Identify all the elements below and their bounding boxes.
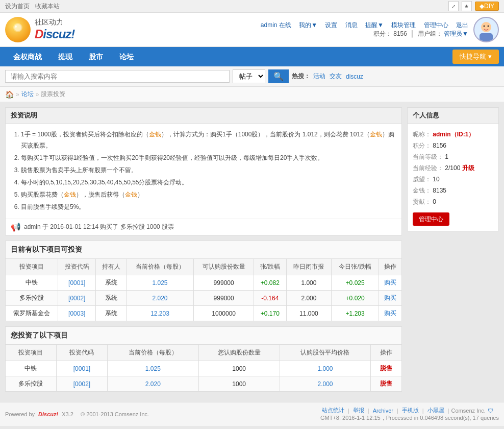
sidebar-contrib-row: 贡献： 0	[413, 196, 493, 207]
footer-archiver-link[interactable]: Archiver	[373, 408, 393, 414]
footer-stats-link[interactable]: 站点统计	[322, 407, 344, 414]
set-homepage-link[interactable]: 设为首页	[5, 3, 30, 10]
cell-shares: 1000000	[194, 306, 254, 321]
th-today-change: 今日张/跌幅	[332, 259, 379, 275]
logo-text: 社区动力 Discuz!	[35, 18, 74, 41]
nav-forum[interactable]: 论坛	[111, 47, 142, 66]
logout-link[interactable]: 退出	[456, 21, 468, 29]
table-row: 中铁 [0001] 1.025 1000 1.000 脱售	[6, 361, 402, 376]
buy-button[interactable]: 购买	[384, 294, 396, 301]
buy-button[interactable]: 购买	[384, 309, 396, 317]
footer-left: Powered by Discuz! X3.2 © 2001-2013 Coms…	[5, 411, 149, 417]
cell-today-change: +0.025	[332, 275, 379, 291]
svg-rect-7	[480, 33, 493, 41]
search-input[interactable]	[5, 70, 230, 83]
svg-point-6	[488, 26, 489, 27]
cell-shares: 999000	[194, 275, 254, 291]
info-item-6: 目前脱售手续费是5%。	[21, 201, 394, 212]
footer-links: 站点统计 | 举报 | Archiver | 手机版 | 小黑屋 | Comse…	[320, 407, 499, 414]
content-wrapper: 投资说明 1手 = 1000股，投资者购买后将会扣除相应的（金钱），计算方式为：…	[0, 102, 504, 402]
svg-point-2	[15, 26, 17, 28]
cell-name: 多乐控股	[6, 291, 58, 306]
nav-gold-war[interactable]: 金权商战	[5, 47, 50, 66]
score-label: 积分：	[373, 30, 392, 37]
logo-icon	[5, 17, 31, 42]
cell-code: [0003]	[58, 306, 96, 321]
sell-button[interactable]: 脱售	[380, 365, 392, 372]
contrib-label: 贡献：	[413, 198, 431, 205]
footer-company: Comsenz Inc.	[451, 408, 486, 414]
footer-mobile-link[interactable]: 手机版	[402, 407, 419, 414]
my-th-avg: 认购股份平均价格	[280, 345, 371, 361]
exp-upgrade[interactable]: 升级	[462, 164, 474, 172]
my-menu[interactable]: 我的▼	[299, 21, 317, 29]
footer-brand[interactable]: Discuz!	[38, 411, 58, 417]
buy-button[interactable]: 购买	[384, 279, 396, 286]
search-button[interactable]: 🔍	[268, 69, 289, 83]
my-code-link[interactable]: [0002]	[73, 380, 90, 388]
messages-link[interactable]: 消息	[345, 21, 358, 29]
my-cell-price: 2.020	[107, 376, 198, 392]
footer-time-info: GMT+8, 2016-1-1 12:15，Processed in 0.046…	[320, 414, 499, 422]
my-th-action: 操作	[371, 345, 402, 361]
star-icon[interactable]: ★	[462, 1, 472, 11]
my-th-price: 当前价格（每股）	[107, 345, 198, 361]
hot-item-2[interactable]: 交友	[330, 72, 342, 81]
cell-prev-close: 1.000	[286, 275, 332, 291]
sidebar: 个人信息 昵称： admin（ID:1） 积分： 8156 当前等级： 1 当前…	[407, 107, 499, 397]
sell-button[interactable]: 脱售	[380, 380, 392, 387]
cell-holder: 系统	[96, 306, 127, 321]
avatar	[473, 17, 499, 42]
diy-button[interactable]: ◆DIY	[475, 2, 499, 11]
online-status[interactable]: admin 在线	[261, 21, 291, 29]
breadcrumb-forum[interactable]: 论坛	[21, 90, 34, 99]
code-link[interactable]: [0003]	[68, 310, 85, 317]
code-link[interactable]: [0002]	[68, 295, 85, 302]
hot-item-1[interactable]: 活动	[313, 72, 325, 81]
sidebar-box: 个人信息 昵称： admin（ID:1） 积分： 8156 当前等级： 1 当前…	[407, 107, 499, 231]
notice-icon: 📢	[11, 222, 21, 232]
my-code-link[interactable]: [0001]	[73, 365, 90, 372]
main-nav: 金权商战 提现 股市 论坛 快捷导航 ▾	[0, 47, 504, 66]
module-mgmt-link[interactable]: 模块管理	[391, 21, 416, 29]
code-link[interactable]: [0001]	[68, 279, 85, 287]
my-cell-qty: 1000	[198, 361, 280, 376]
cell-action: 购买	[379, 291, 402, 306]
cell-shares: 999000	[194, 291, 254, 306]
exp-label: 当前经验：	[413, 164, 443, 172]
invest-info-header: 投资说明	[6, 108, 401, 124]
footer-blackhole-link[interactable]: 小黑屋	[427, 407, 444, 414]
nav-stock[interactable]: 股市	[81, 47, 111, 66]
sidebar-score-row: 积分： 8156	[413, 140, 493, 151]
admin-center-link[interactable]: 管理中心	[424, 21, 448, 29]
search-type-select[interactable]: 帖子	[233, 69, 265, 83]
cell-price: 2.020	[126, 291, 193, 306]
table-row: 多乐控股 [0002] 系统 2.020 999000 -0.164 2.000…	[6, 291, 402, 306]
bookmark-link[interactable]: 收藏本站	[35, 3, 60, 10]
nav-withdraw[interactable]: 提现	[50, 47, 81, 66]
breadcrumb-current: 股票投资	[41, 90, 65, 99]
admin-center-button[interactable]: 管理中心	[413, 212, 449, 226]
nickname-value[interactable]: admin（ID:1）	[433, 131, 474, 138]
cell-name: 索罗斯基金会	[6, 306, 58, 321]
my-cell-name: 多乐控股	[6, 376, 57, 392]
my-cell-action: 脱售	[371, 361, 402, 376]
sidebar-admin-row: 管理中心	[413, 210, 493, 226]
usergroup-value[interactable]: 管理员▼	[444, 30, 468, 37]
quick-nav-button[interactable]: 快捷导航 ▾	[452, 50, 499, 64]
top-bar-left: 设为首页 收藏本站	[5, 2, 64, 11]
prestige-label: 威望：	[413, 176, 431, 183]
th-price: 当前价格（每股）	[126, 259, 193, 275]
resize-icon[interactable]: ⤢	[448, 1, 459, 11]
footer-report-link[interactable]: 举报	[353, 407, 364, 414]
settings-link[interactable]: 设置	[325, 21, 337, 29]
home-icon: 🏠	[5, 90, 14, 99]
hot-item-3[interactable]: discuz	[346, 73, 363, 80]
my-th-name: 投资项目	[6, 345, 57, 361]
score-value-s: 8156	[433, 142, 446, 149]
usergroup-label: 用户组：	[418, 30, 442, 37]
my-cell-price: 1.025	[107, 361, 198, 376]
user-nav-links: admin 在线 我的▼ 设置 消息 提醒▼ 模块管理 管理中心 退出	[261, 21, 468, 30]
th-holder: 持有人	[96, 259, 127, 275]
reminders-link[interactable]: 提醒▼	[365, 21, 384, 29]
